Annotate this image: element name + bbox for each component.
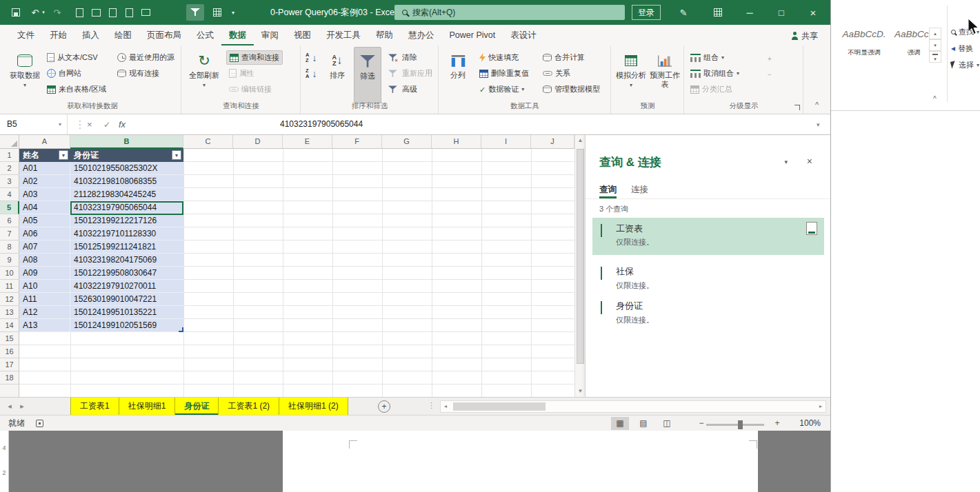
cell-id[interactable]: 410323198204175069 <box>70 254 183 267</box>
get-data-button[interactable]: 获取数据▾ <box>7 47 43 90</box>
table-resize-handle[interactable] <box>179 327 183 332</box>
show-detail-button[interactable]: + <box>765 52 774 66</box>
gallery-scroll-up-icon[interactable]: ▴ <box>929 28 941 39</box>
sheet-tab[interactable]: 社保明细1 (2) <box>279 398 348 415</box>
tab-table-design[interactable]: 表设计 <box>503 25 544 45</box>
tab-home[interactable]: 开始 <box>42 25 74 45</box>
cell-id[interactable]: 410322197101128330 <box>70 227 183 240</box>
table-header-id[interactable]: 身份证 ▼ <box>70 149 183 162</box>
consolidate-button[interactable]: 合并计算 <box>540 50 588 65</box>
cell-id[interactable]: 150124199510135221 <box>70 306 183 319</box>
email-icon[interactable] <box>138 5 153 20</box>
tab-formulas[interactable]: 公式 <box>189 25 221 45</box>
pane-close-icon[interactable]: × <box>807 156 812 167</box>
select-button[interactable]: 选择▾ <box>951 58 979 72</box>
table-header-name[interactable]: 姓名 ▼ <box>19 149 70 162</box>
cell-id[interactable]: 150122199508030647 <box>70 267 183 280</box>
gallery-expand-icon[interactable]: ▾ <box>929 51 941 63</box>
query-item[interactable]: 身份证 仅限连接。 <box>592 296 824 331</box>
macro-record-icon[interactable] <box>36 420 43 427</box>
from-text-csv-button[interactable]: 从文本/CSV <box>44 50 101 65</box>
filter-toggle-qat-icon[interactable] <box>186 4 204 21</box>
zoom-slider-thumb[interactable] <box>738 420 743 429</box>
view-page-break-icon[interactable]: ◫ <box>658 417 676 430</box>
expand-formula-bar-icon[interactable]: ▾ <box>817 114 820 134</box>
print-preview-icon[interactable] <box>121 5 137 20</box>
row-header[interactable]: 15 <box>0 332 19 345</box>
formula-value[interactable]: 410323197905065044 <box>280 114 363 134</box>
cell-name[interactable]: A09 <box>19 267 70 280</box>
tab-insert[interactable]: 插入 <box>74 25 107 45</box>
cell-id[interactable]: 410322198108068355 <box>70 175 183 188</box>
sort-asc-button[interactable]: AZ ↓ <box>304 50 318 65</box>
share-button[interactable]: 共享 <box>792 28 818 44</box>
horizontal-scrollbar-thumb[interactable] <box>453 402 546 411</box>
row-header[interactable]: 3 <box>0 175 19 188</box>
replace-button[interactable]: ◂替换 <box>951 41 973 55</box>
row-header[interactable]: 17 <box>0 358 19 371</box>
close-button[interactable]: × <box>806 5 821 20</box>
tab-page-layout[interactable]: 页面布局 <box>139 25 189 45</box>
scroll-left-icon[interactable]: ◂ <box>441 401 450 412</box>
cell-name[interactable]: A06 <box>19 227 70 240</box>
tab-power-pivot[interactable]: Power Pivot <box>442 25 503 45</box>
cell-name[interactable]: A13 <box>19 319 70 332</box>
tab-developer[interactable]: 开发工具 <box>319 25 368 45</box>
quick-print-icon[interactable] <box>105 5 120 20</box>
new-file-icon[interactable] <box>72 5 87 20</box>
horizontal-scrollbar[interactable]: ◂ ▸ <box>440 400 826 413</box>
sheet-tab[interactable]: 工资表1 (2) <box>219 398 279 415</box>
manage-data-model-button[interactable]: 管理数据模型 <box>540 82 603 96</box>
zoom-in-icon[interactable]: + <box>768 417 786 430</box>
col-header[interactable]: D <box>233 135 283 149</box>
cell-name[interactable]: A03 <box>19 188 70 201</box>
row-header[interactable]: 2 <box>0 162 19 175</box>
sheet-tab-active[interactable]: 身份证 <box>175 398 219 415</box>
cell-id[interactable]: 211282198304245245 <box>70 188 183 201</box>
cancel-entry-icon[interactable]: × <box>87 114 92 134</box>
existing-connections-button[interactable]: 现有连接 <box>114 66 162 81</box>
style-gallery-item[interactable]: AaBbCcD. 强调 <box>894 29 933 57</box>
hide-detail-button[interactable]: − <box>765 68 774 82</box>
ribbon-display-icon[interactable] <box>710 5 726 20</box>
reapply-button[interactable]: 重新应用 <box>386 66 435 81</box>
cell-name[interactable]: A08 <box>19 254 70 267</box>
queries-connections-button[interactable]: 查询和连接 <box>226 50 283 65</box>
sign-in-button[interactable]: 登录 <box>632 5 661 20</box>
forecast-sheet-button[interactable]: 预测工作表 <box>649 47 681 89</box>
name-box[interactable]: B5 ▾ <box>0 114 68 134</box>
cell-name[interactable]: A07 <box>19 240 70 254</box>
row-header[interactable]: 10 <box>0 267 19 280</box>
cell-name[interactable]: A01 <box>19 162 70 175</box>
group-button[interactable]: 组合▾ <box>688 50 727 65</box>
vertical-scrollbar-thumb[interactable] <box>577 149 584 364</box>
pane-tab-connections[interactable]: 连接 <box>631 181 648 198</box>
cell-name[interactable]: A02 <box>19 175 70 188</box>
table-qat-icon[interactable] <box>210 5 225 20</box>
theme-brush-icon[interactable]: ✎ <box>676 5 691 20</box>
tab-addin[interactable]: 慧办公 <box>401 25 442 45</box>
recent-sources-button[interactable]: 最近使用的源 <box>114 50 177 65</box>
tab-draw[interactable]: 绘图 <box>107 25 139 45</box>
gallery-scroll-down-icon[interactable]: ▾ <box>929 39 941 51</box>
tab-view[interactable]: 视图 <box>286 25 319 45</box>
col-header[interactable]: B <box>70 135 183 149</box>
filter-dropdown-icon[interactable]: ▼ <box>172 150 181 160</box>
sheet-nav-right-icon[interactable]: ▸ <box>17 398 28 415</box>
properties-button[interactable]: 属性 <box>226 66 257 81</box>
data-validation-button[interactable]: ✓数据验证▾ <box>477 82 527 96</box>
collapse-ribbon-icon[interactable]: ^ <box>815 101 819 109</box>
qat-customize-chevron-icon[interactable]: ▾ <box>229 5 237 20</box>
sheet-tab[interactable]: 工资表1 <box>70 398 119 415</box>
pane-options-chevron-icon[interactable]: ▾ <box>784 158 788 165</box>
cell-id[interactable]: 150123199212217126 <box>70 214 183 227</box>
view-normal-icon[interactable]: ▦ <box>611 417 629 430</box>
cell-name[interactable]: A04 <box>19 201 70 214</box>
sheet-nav-left-icon[interactable]: ◂ <box>4 398 15 415</box>
row-header[interactable]: 1 <box>0 149 19 162</box>
open-file-icon[interactable] <box>88 5 103 20</box>
edit-links-button[interactable]: 编辑链接 <box>226 82 274 96</box>
maximize-button[interactable]: □ <box>774 5 789 20</box>
tab-review[interactable]: 审阅 <box>254 25 286 45</box>
vertical-scrollbar[interactable]: ▲ ▼ <box>574 135 585 397</box>
